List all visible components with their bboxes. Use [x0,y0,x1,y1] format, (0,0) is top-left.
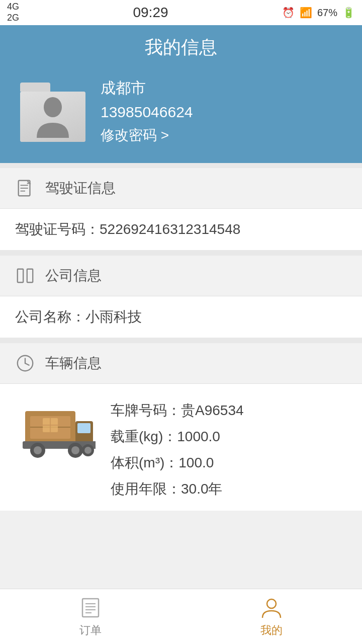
license-section-header: 驾驶证信息 [0,168,362,209]
weight-label: 载重(kg)： [111,429,177,444]
wifi-icon: 📶 [300,7,312,19]
license-title: 驾驶证信息 [45,179,116,198]
svg-point-30 [267,599,276,608]
network-2g: 2G [7,13,19,24]
divider-3 [0,338,362,343]
company-name-value: 小雨科技 [85,309,142,325]
vehicle-plate: 车牌号码：贵A96534 [111,401,244,420]
company-section-header: 公司信息 [0,256,362,296]
license-icon [15,178,35,198]
svg-point-17 [34,446,42,454]
vehicle-info-list: 车牌号码：贵A96534 载重(kg)：1000.0 体积(m³)：100.0 … [111,396,244,499]
battery-label: 67% [317,7,337,19]
license-number-row: 驾驶证号码：522692416312314548 [0,209,362,251]
network-4g: 4G [7,2,19,13]
bottom-nav: 订单 我的 [0,589,362,644]
nav-orders[interactable]: 订单 [0,596,181,638]
years-value: 30.0年 [181,481,223,497]
divider-2 [0,251,362,256]
status-icons: ⏰ 📶 67% 🔋 [282,7,355,19]
folder-tab [20,83,50,92]
main-content: 驾驶证信息 驾驶证号码：522692416312314548 公司信息 公司名称… [0,163,362,566]
svg-point-19 [71,446,79,454]
svg-rect-6 [27,269,33,283]
battery-icon: 🔋 [342,7,355,19]
network-indicator: 4G 2G [7,2,19,23]
truck-icon [15,396,96,461]
orders-label: 订单 [79,623,102,638]
license-number-label: 驾驶证号码： [15,221,100,237]
clock: 09:29 [133,5,168,21]
person-icon [33,95,73,138]
profile-info: 成都市 13985046624 修改密码 > [101,78,193,145]
divider-1 [0,163,362,168]
avatar [20,82,85,142]
vehicle-section-header: 车辆信息 [0,343,362,384]
years-label: 使用年限： [111,481,181,497]
profile-city: 成都市 [101,78,193,99]
svg-rect-5 [18,269,23,283]
company-name-row: 公司名称：小雨科技 [0,296,362,338]
svg-line-9 [25,363,29,365]
vehicle-clock-icon [15,353,35,373]
mine-label: 我的 [260,623,283,638]
change-password-button[interactable]: 修改密码 > [101,126,193,145]
svg-point-21 [84,447,92,454]
company-title: 公司信息 [45,266,102,285]
volume-label: 体积(m³)： [111,455,178,470]
weight-value: 1000.0 [177,429,220,444]
alarm-icon: ⏰ [282,7,295,19]
vehicle-title: 车辆信息 [45,354,102,373]
profile-header: 成都市 13985046624 修改密码 > [0,60,362,163]
orders-icon [78,596,103,620]
nav-mine[interactable]: 我的 [181,596,362,638]
license-number-value: 522692416312314548 [100,221,240,237]
plate-value: 贵A96534 [181,403,244,418]
plate-label: 车牌号码： [111,403,181,418]
vehicle-volume: 体积(m³)：100.0 [111,453,244,472]
company-name-label: 公司名称： [15,309,85,325]
svg-rect-25 [82,599,99,617]
company-icon [15,266,35,286]
vehicle-years: 使用年限：30.0年 [111,479,244,499]
mine-icon [259,596,284,620]
profile-phone: 13985046624 [101,104,193,121]
vehicle-details-section: 车牌号码：贵A96534 载重(kg)：1000.0 体积(m³)：100.0 … [0,384,362,511]
svg-point-0 [44,97,62,117]
volume-value: 100.0 [178,455,214,470]
svg-rect-12 [77,423,90,433]
page-title: 我的信息 [0,35,362,60]
vehicle-weight: 载重(kg)：1000.0 [111,427,244,446]
status-bar: 4G 2G 09:29 ⏰ 📶 67% 🔋 [0,0,362,25]
